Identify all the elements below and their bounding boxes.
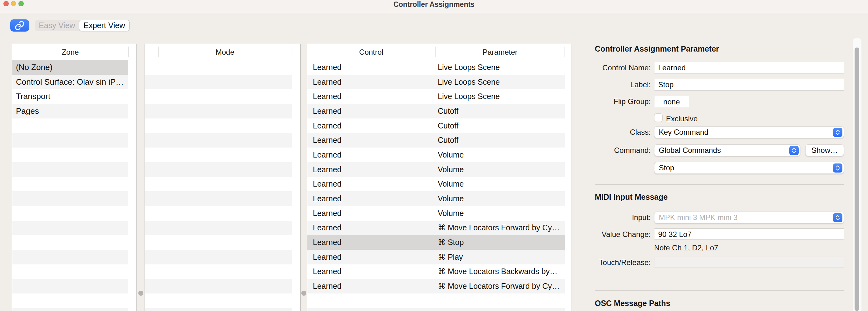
empty-table-row (12, 118, 128, 133)
midi-section-title: MIDI Input Message (595, 193, 668, 202)
chain-link-icon (14, 20, 25, 31)
empty-table-row (145, 264, 292, 279)
zone-row-label: Pages (12, 106, 39, 116)
empty-table-row (12, 147, 128, 162)
stepper-icon[interactable] (789, 146, 799, 155)
osc-section-title: OSC Message Paths (595, 299, 670, 308)
section-divider (595, 290, 844, 291)
class-label: Class: (587, 128, 651, 137)
table-row[interactable]: LearnedVolume (307, 147, 565, 162)
assignment-control-cell: Learned (307, 107, 435, 116)
table-row[interactable]: Learned⌘ Stop (307, 235, 565, 250)
empty-table-row (12, 264, 128, 279)
assignment-parameter-cell: ⌘ Move Locators Forward by Cy… (435, 282, 565, 291)
table-row[interactable]: LearnedVolume (307, 191, 565, 206)
scrollbar-thumb[interactable] (855, 48, 859, 311)
table-row[interactable]: LearnedVolume (307, 206, 565, 221)
table-row[interactable]: Learned⌘ Play (307, 250, 565, 264)
empty-table-row (145, 162, 292, 177)
column-divider[interactable] (435, 47, 436, 57)
column-divider[interactable] (564, 47, 565, 57)
empty-table-row (145, 118, 292, 133)
touch-release-field[interactable] (654, 257, 844, 267)
control-column-header[interactable]: Control (307, 44, 435, 60)
assignment-parameter-cell: ⌘ Play (435, 253, 565, 262)
command-popup[interactable]: Global Commands (654, 144, 800, 156)
table-row[interactable]: Learned⌘ Move Locators Backwards by… (307, 264, 565, 279)
table-row[interactable]: LearnedVolume (307, 162, 565, 177)
value-change-label: Value Change: (587, 230, 651, 239)
assignment-parameter-cell: Volume (435, 179, 565, 189)
table-row[interactable]: LearnedCutoff (307, 118, 565, 133)
table-row[interactable]: LearnedCutoff (307, 104, 565, 118)
assignment-control-cell: Learned (307, 63, 435, 72)
table-row[interactable]: LearnedVolume (307, 177, 565, 192)
column-divider[interactable] (291, 47, 292, 57)
title-bar: Controller Assignments (0, 0, 868, 13)
assignment-control-cell: Learned (307, 267, 435, 276)
table-row[interactable]: Transport (12, 89, 128, 104)
table-row[interactable]: Learned⌘ Move Locators Forward by Cy… (307, 221, 565, 235)
assignment-control-cell: Learned (307, 92, 435, 101)
table-row[interactable]: LearnedLive Loops Scene (307, 89, 565, 104)
mode-column-header[interactable]: Mode (158, 44, 292, 60)
class-popup[interactable]: Key Command (654, 126, 844, 138)
value-change-field[interactable]: 90 32 Lo7 (654, 228, 844, 240)
assignment-parameter-cell: Live Loops Scene (435, 92, 565, 101)
zone-column-header[interactable]: Zone (12, 44, 128, 60)
empty-table-row (12, 293, 128, 308)
touch-release-label: Touch/Release: (587, 258, 651, 267)
table-row[interactable]: LearnedLive Loops Scene (307, 60, 565, 75)
exclusive-checkbox[interactable] (654, 113, 662, 122)
empty-table-row (145, 206, 292, 221)
column-divider[interactable] (158, 47, 159, 57)
scrollbar-track[interactable] (853, 38, 862, 311)
mode-list-panel: Mode (145, 44, 301, 311)
zone-row-label: (No Zone) (12, 62, 53, 72)
zone-row-label: Transport (12, 92, 50, 101)
assignment-control-cell: Learned (307, 179, 435, 189)
easy-view-segment[interactable]: Easy View (35, 20, 79, 31)
table-row[interactable]: LearnedLive Loops Scene (307, 75, 565, 89)
assignment-parameter-cell: ⌘ Move Locators Forward by Cy… (435, 223, 565, 232)
midi-input-popup[interactable]: MPK mini 3 MPK mini 3 (654, 211, 844, 224)
assignment-control-cell: Learned (307, 238, 435, 247)
empty-table-row (12, 235, 128, 250)
class-popup-value: Key Command (659, 128, 708, 136)
stepper-icon[interactable] (833, 128, 842, 137)
flip-group-label: Flip Group: (587, 97, 651, 106)
table-row[interactable]: Pages (12, 104, 128, 118)
expert-view-segment[interactable]: Expert View (79, 20, 130, 31)
parameter-column-header[interactable]: Parameter (435, 44, 565, 60)
assignment-control-cell: Learned (307, 282, 435, 291)
empty-table-row (145, 133, 292, 147)
table-row[interactable]: LearnedCutoff (307, 133, 565, 147)
table-row[interactable]: Learned⌘ Move Locators Forward by Cy… (307, 279, 565, 293)
inspector-section-title: Controller Assignment Parameter (595, 45, 719, 53)
stepper-icon[interactable] (833, 213, 842, 222)
assignment-control-cell: Learned (307, 150, 435, 160)
column-divider[interactable] (128, 47, 129, 57)
control-name-field[interactable]: Learned (654, 62, 844, 74)
assignment-control-cell: Learned (307, 121, 435, 130)
table-row[interactable]: (No Zone) (12, 60, 128, 75)
assignment-control-cell: Learned (307, 165, 435, 174)
assignment-parameter-cell: Volume (435, 194, 565, 203)
show-command-button[interactable]: Show… (805, 144, 844, 156)
empty-table-row (145, 89, 292, 104)
flip-group-field[interactable]: none (654, 96, 689, 107)
stepper-icon[interactable] (833, 164, 842, 173)
assignment-control-cell: Learned (307, 194, 435, 203)
label-field[interactable]: Stop (654, 79, 844, 91)
assignment-inspector: Controller Assignment Parameter Control … (587, 40, 863, 311)
assignment-control-cell: Learned (307, 253, 435, 262)
panel-splitter-handle[interactable] (301, 291, 306, 296)
empty-table-row (145, 235, 292, 250)
link-controls-button[interactable] (10, 19, 29, 32)
command-detail-popup[interactable]: Stop (654, 162, 844, 174)
empty-table-row (12, 206, 128, 221)
empty-table-row (307, 308, 565, 311)
zone-list-header: Zone (12, 44, 136, 60)
table-row[interactable]: Control Surface: Olav sin iP… (12, 75, 128, 89)
panel-splitter-handle[interactable] (138, 291, 143, 296)
